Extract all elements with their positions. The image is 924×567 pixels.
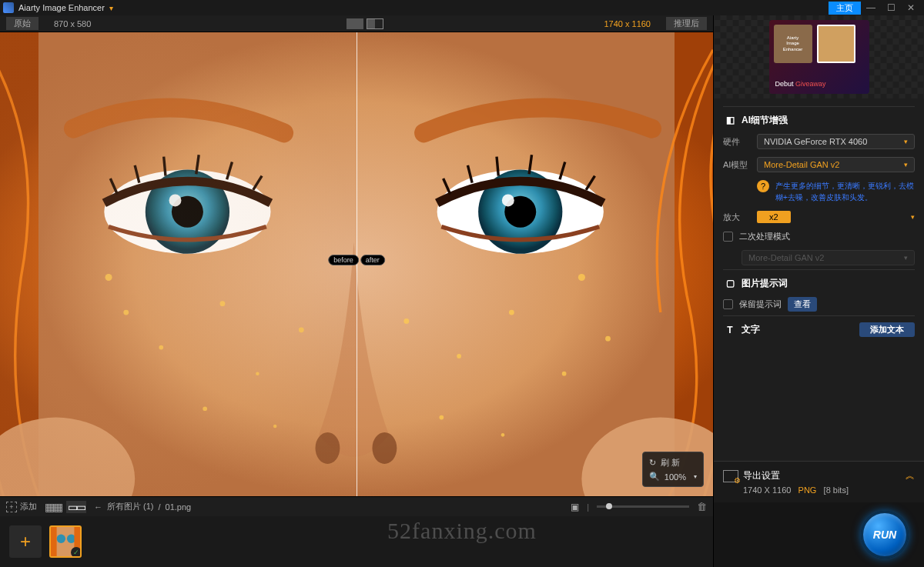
svg-rect-31 xyxy=(0,32,357,496)
run-button[interactable]: RUN xyxy=(861,511,909,559)
settings-panel: AiartyImageEnhancer Debut Giveaway ◧ AI细… xyxy=(713,15,924,567)
maximize-button[interactable]: ☐ xyxy=(881,2,901,13)
svg-point-21 xyxy=(605,336,611,342)
svg-point-20 xyxy=(562,372,567,376)
breadcrumb: ← 所有图片 (1) / 01.png xyxy=(94,501,191,512)
minimize-button[interactable]: — xyxy=(861,2,881,13)
app-title: Aiarty Image Enhancer xyxy=(18,3,105,12)
home-button[interactable]: 主页 xyxy=(829,2,861,15)
keep-prompt-label: 保留提示词 xyxy=(739,299,782,310)
text-icon: T xyxy=(723,323,737,337)
zoom-label: 放大 xyxy=(723,212,751,223)
section-prompt: ▢ 图片提示词 xyxy=(723,269,915,293)
chevron-down-icon: ▾ xyxy=(904,138,908,145)
app-logo-icon xyxy=(3,2,14,13)
image-viewport[interactable]: before after ↻刷 新 🔍100%▾ xyxy=(0,32,713,496)
compare-mode-single[interactable] xyxy=(346,18,363,29)
model-description: 产生更多的细节，更清晰，更锐利，去模糊+去噪，改善皮肤和头发。 xyxy=(775,180,915,203)
svg-point-24 xyxy=(440,415,444,420)
refresh-button[interactable]: ↻刷 新 xyxy=(649,455,697,470)
export-title: 导出设置 xyxy=(743,469,780,482)
secondary-model-dropdown: More-Detail GAN v2▾ xyxy=(742,250,915,265)
grid-view-button[interactable]: ▦▦ xyxy=(45,501,62,513)
check-icon: ✓ xyxy=(71,547,82,558)
plus-icon: + xyxy=(6,502,17,512)
svg-point-18 xyxy=(457,354,461,359)
title-chevron-icon[interactable]: ▾ xyxy=(109,4,113,12)
view-prompt-button[interactable]: 查看 xyxy=(788,297,817,312)
after-label: 推理后 xyxy=(666,17,707,30)
secondary-checkbox[interactable] xyxy=(723,232,733,242)
add-image-button[interactable]: + 添加 xyxy=(6,501,37,512)
chevron-down-icon: ▾ xyxy=(694,473,697,480)
bottom-toolbar: + 添加 ▦▦ ▭▭ ← 所有图片 (1) / 01.png ▣ | 🗑 xyxy=(0,496,713,516)
split-labels: before after xyxy=(328,255,385,265)
delete-button[interactable]: 🗑 xyxy=(697,501,707,512)
model-label: AI模型 xyxy=(723,159,751,171)
svg-point-19 xyxy=(509,310,514,315)
list-view-button[interactable]: ▭▭ xyxy=(66,501,86,513)
export-section: 导出设置 ︽ 1740 X 1160 PNG [8 bits] xyxy=(714,461,924,502)
svg-point-33 xyxy=(57,535,65,543)
hardware-label: 硬件 xyxy=(723,136,751,148)
viewport-tools: ↻刷 新 🔍100%▾ xyxy=(642,452,704,487)
svg-point-9 xyxy=(502,194,514,206)
svg-point-27 xyxy=(578,274,585,281)
keep-prompt-checkbox[interactable] xyxy=(723,299,733,309)
breadcrumb-folder[interactable]: 所有图片 (1) xyxy=(107,501,154,512)
add-text-button[interactable]: 添加文本 xyxy=(859,322,915,337)
run-area: RUN xyxy=(714,502,924,567)
thumbnail-size-icon: ▣ xyxy=(571,502,579,512)
thumbnail-size-slider[interactable] xyxy=(597,505,689,508)
original-label: 原始 xyxy=(6,17,38,30)
output-dimensions: 1740 x 1160 xyxy=(604,19,651,28)
svg-rect-35 xyxy=(51,527,57,556)
promo-banner[interactable]: AiartyImageEnhancer Debut Giveaway xyxy=(714,15,924,98)
original-dimensions: 870 x 580 xyxy=(54,19,91,28)
svg-point-17 xyxy=(403,319,409,324)
info-bar: 原始 870 x 580 1740 x 1160 推理后 xyxy=(0,15,713,32)
after-chip: after xyxy=(360,255,385,265)
svg-point-25 xyxy=(501,433,505,437)
refresh-icon: ↻ xyxy=(649,458,656,468)
prompt-icon: ▢ xyxy=(723,276,737,290)
export-format: PNG xyxy=(798,485,817,495)
help-icon[interactable]: ? xyxy=(757,180,769,192)
breadcrumb-file: 01.png xyxy=(166,502,192,512)
zoom-control[interactable]: 🔍100%▾ xyxy=(649,470,697,483)
chevron-down-icon: ▾ xyxy=(904,161,908,168)
model-dropdown[interactable]: More-Detail GAN v2▾ xyxy=(757,157,915,172)
section-ai-detail: ◧ AI细节增强 xyxy=(723,106,915,130)
svg-point-11 xyxy=(372,432,397,464)
chevron-down-icon[interactable]: ▾ xyxy=(911,213,915,221)
hardware-dropdown[interactable]: NVIDIA GeForce RTX 4060▾ xyxy=(757,134,915,149)
before-chip: before xyxy=(328,255,359,265)
titlebar: Aiarty Image Enhancer ▾ 主页 — ☐ ✕ xyxy=(0,0,924,15)
add-tile-button[interactable]: + xyxy=(9,525,42,558)
export-icon xyxy=(723,470,738,482)
expand-export-icon[interactable]: ︽ xyxy=(906,469,915,482)
export-dimensions: 1740 X 1160 xyxy=(743,485,791,495)
export-bits: [8 bits] xyxy=(824,485,849,495)
close-button[interactable]: ✕ xyxy=(901,2,921,13)
section-text: T 文字 添加文本 xyxy=(723,315,915,340)
zoom-icon: 🔍 xyxy=(649,472,660,482)
thumbnail-item[interactable]: ✓ xyxy=(49,525,82,558)
thumbnail-strip: + ✓ xyxy=(0,516,713,567)
zoom-value-button[interactable]: x2 xyxy=(757,211,791,223)
enhance-icon: ◧ xyxy=(723,113,737,127)
secondary-label: 二次处理模式 xyxy=(739,231,790,242)
compare-mode-split[interactable] xyxy=(367,18,383,29)
back-arrow-icon[interactable]: ← xyxy=(94,502,102,512)
